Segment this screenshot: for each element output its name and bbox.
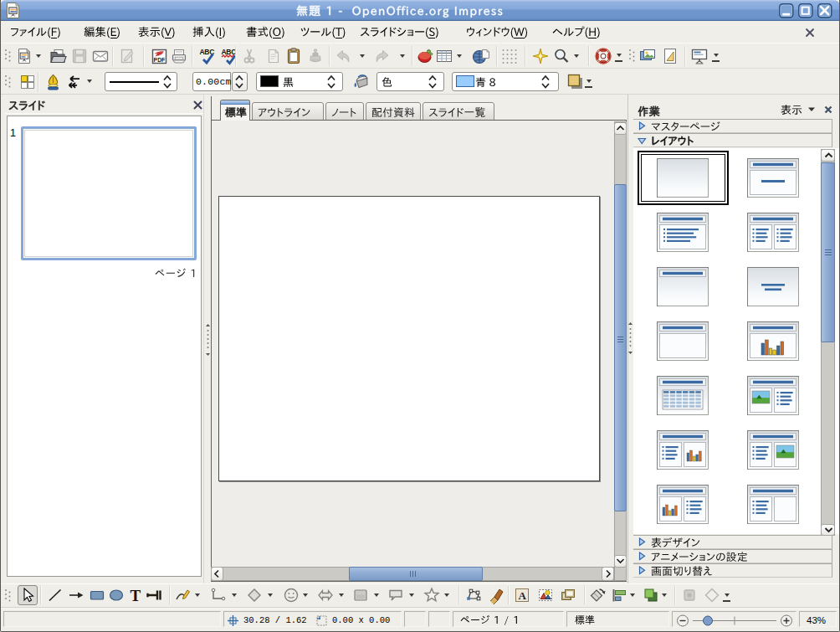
svg-text:T: T	[131, 587, 141, 604]
svg-text:A: A	[519, 589, 527, 602]
svg-text:PDF: PDF	[154, 57, 166, 63]
